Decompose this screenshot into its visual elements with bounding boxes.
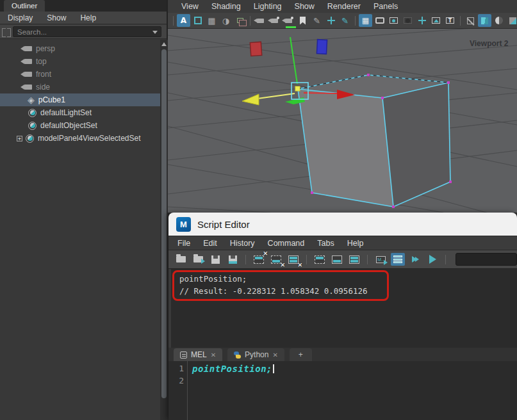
clear-history-icon[interactable]: ✕: [252, 253, 266, 266]
shaded-textured-icon[interactable]: [492, 14, 505, 27]
gate-mask-icon[interactable]: [401, 14, 414, 27]
input-panel[interactable]: 1 2 pointPosition;: [168, 361, 517, 420]
camera-attributes-icon[interactable]: [282, 14, 295, 27]
show-line-numbers-icon[interactable]: [391, 253, 405, 266]
tree-item-top[interactable]: top: [0, 55, 160, 68]
resolution-gate-icon[interactable]: [387, 14, 400, 27]
viewport-canvas[interactable]: Viewport 2: [168, 29, 517, 213]
tree-item-front[interactable]: front: [0, 68, 160, 81]
tree-item-label: top: [36, 57, 47, 66]
shaded-mode-icon[interactable]: [478, 14, 491, 27]
tab-mel[interactable]: MEL ✕: [174, 348, 222, 361]
window-title: Script Editor: [197, 219, 250, 230]
history-panel[interactable]: pointPosition; // Result: -0.228312 1.05…: [168, 269, 517, 348]
safe-title-icon[interactable]: T: [443, 14, 457, 27]
tree-item-side[interactable]: side: [0, 81, 160, 93]
menu-tabs[interactable]: Tabs: [317, 239, 334, 248]
quick-help-field[interactable]: [455, 253, 517, 266]
tree-item-label: persp: [36, 44, 55, 53]
close-tab-icon[interactable]: ✕: [272, 351, 277, 359]
expand-icon[interactable]: +: [17, 136, 22, 141]
code-text: pointPosition;: [192, 364, 272, 374]
new-tab-button[interactable]: +: [290, 348, 312, 361]
menu-display[interactable]: Display: [8, 13, 33, 22]
field-chart-icon[interactable]: [415, 14, 429, 27]
close-tab-icon[interactable]: ✕: [211, 351, 216, 359]
outliner-tree: persp top front side ◈ pCube1 defaultLig…: [0, 40, 160, 420]
grid-snap-icon[interactable]: ▦: [205, 14, 218, 27]
image-plane-icon[interactable]: ✎: [310, 14, 324, 27]
input-only-icon[interactable]: [330, 253, 344, 266]
tree-item-label: front: [36, 70, 51, 79]
camera-icon[interactable]: [254, 14, 267, 27]
io-connections-icon[interactable]: [2, 28, 11, 36]
menu-help[interactable]: Help: [80, 13, 96, 22]
history-only-icon[interactable]: [313, 253, 327, 266]
search-dropdown-icon[interactable]: [152, 31, 158, 34]
execute-all-icon[interactable]: [425, 253, 439, 266]
menu-help[interactable]: Help: [347, 239, 364, 248]
separator: [445, 255, 446, 264]
tree-item-pcube1[interactable]: ◈ pCube1: [0, 93, 160, 106]
python-icon: [234, 351, 241, 359]
layers-icon[interactable]: [233, 14, 247, 27]
menu-view[interactable]: View: [181, 2, 199, 11]
outliner-scrollbar[interactable]: [160, 40, 168, 420]
active-indicator: [286, 26, 296, 28]
safe-action-icon[interactable]: [429, 14, 443, 27]
menu-history[interactable]: History: [230, 239, 255, 248]
code-line[interactable]: pointPosition;: [192, 364, 274, 374]
pan-zoom-icon[interactable]: [324, 14, 338, 27]
menu-show[interactable]: Show: [47, 13, 66, 22]
outliner-tab[interactable]: Outliner: [4, 0, 45, 12]
tree-item-label: defaultObjectSet: [40, 121, 97, 130]
wireframe-icon[interactable]: [464, 14, 477, 27]
echo-all-commands-icon[interactable]: M..: [373, 253, 388, 266]
menu-file[interactable]: File: [177, 239, 190, 248]
tab-label: Python: [245, 350, 268, 359]
tree-item-label: side: [36, 83, 50, 92]
both-panels-icon[interactable]: [347, 253, 361, 266]
clear-all-icon[interactable]: ✕: [286, 253, 300, 266]
scrollbar-thumb[interactable]: [161, 49, 167, 398]
object-set-icon: [28, 122, 37, 130]
marquee-select-icon[interactable]: [191, 14, 204, 27]
tree-item-defaultobjectset[interactable]: defaultObjectSet: [0, 119, 160, 132]
execute-icon[interactable]: [408, 253, 422, 266]
tree-item-persp[interactable]: persp: [0, 42, 160, 55]
scroll-up-icon[interactable]: [161, 42, 167, 46]
tree-item-modelpanel4set[interactable]: + modelPanel4ViewSelectedSet: [0, 132, 160, 145]
menu-shading[interactable]: Shading: [211, 2, 241, 11]
open-script-icon[interactable]: [174, 253, 188, 266]
menu-panels[interactable]: Panels: [373, 2, 398, 11]
script-editor-titlebar[interactable]: M Script Editor: [168, 213, 517, 236]
save-to-shelf-icon[interactable]: [226, 253, 240, 266]
pie-sphere-icon[interactable]: ◑: [219, 14, 233, 27]
menu-lighting[interactable]: Lighting: [254, 2, 282, 11]
film-gate-icon[interactable]: [373, 14, 386, 27]
maya-window: Outliner Display Show Help persp top fro…: [0, 0, 517, 420]
grease-pencil-icon[interactable]: ✎: [338, 14, 352, 27]
camera-lock-icon[interactable]: [268, 14, 281, 27]
save-script-icon[interactable]: [208, 253, 222, 266]
clear-input-icon[interactable]: ✕: [269, 253, 283, 266]
open-and-run-icon[interactable]: [191, 253, 205, 266]
object-set-icon: [26, 134, 34, 143]
menu-command[interactable]: Command: [268, 239, 305, 248]
search-input[interactable]: [13, 26, 161, 37]
bookmark-icon[interactable]: [296, 14, 309, 27]
script-tab-bar: MEL ✕ Python ✕ +: [168, 348, 517, 361]
menu-renderer[interactable]: Renderer: [327, 2, 361, 11]
line-number: 2: [179, 376, 184, 385]
outliner-search-row: [0, 25, 167, 39]
menu-edit[interactable]: Edit: [203, 239, 217, 248]
tree-item-defaultlightset[interactable]: defaultLightSet: [0, 106, 160, 119]
menu-show[interactable]: Show: [295, 2, 315, 11]
tab-python[interactable]: Python ✕: [227, 348, 284, 361]
script-editor-menubar: File Edit History Command Tabs Help: [168, 236, 517, 250]
camera-icon: [24, 59, 32, 64]
select-highlight-icon[interactable]: A: [177, 14, 190, 27]
grid-display-icon[interactable]: ▦: [359, 14, 372, 27]
tree-item-label: pCube1: [38, 95, 65, 104]
textured-icon[interactable]: [506, 14, 517, 27]
